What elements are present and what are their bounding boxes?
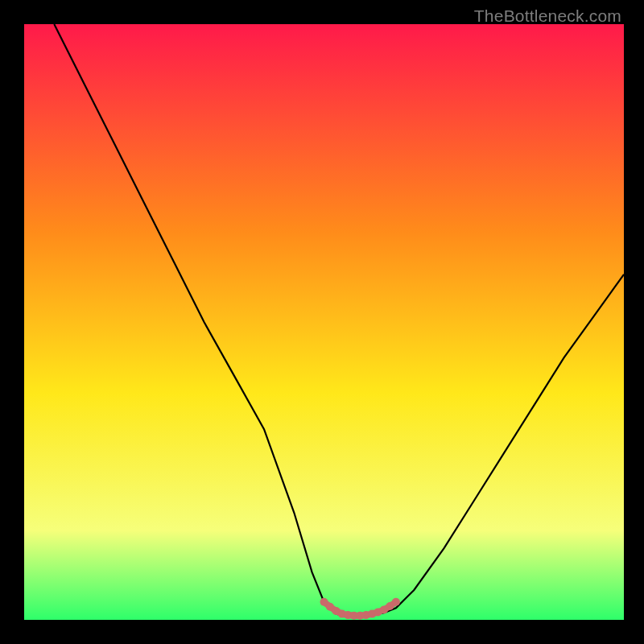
plot-area bbox=[24, 24, 624, 620]
gradient-background bbox=[24, 24, 624, 620]
chart-svg bbox=[24, 24, 624, 620]
watermark-text: TheBottleneck.com bbox=[474, 6, 621, 26]
outer-frame: TheBottleneck.com bbox=[0, 0, 644, 644]
sweet-spot-dot bbox=[392, 598, 400, 606]
